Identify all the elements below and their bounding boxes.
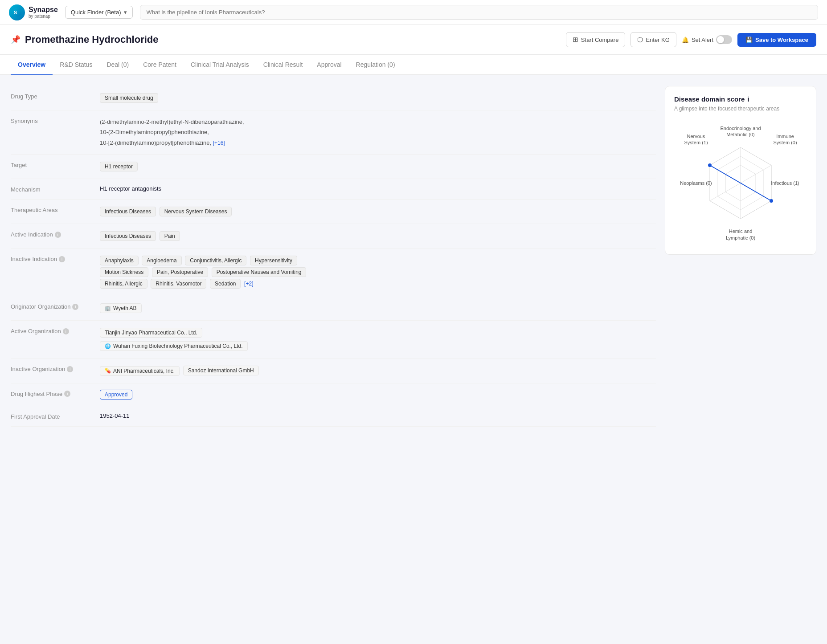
active-org-info-icon[interactable]: i bbox=[63, 328, 69, 334]
logo-icon: S bbox=[9, 4, 25, 20]
nervous-system-dot bbox=[708, 163, 712, 167]
inactive-tag-2: Angioedema bbox=[142, 256, 181, 265]
synonym-2: 10-(2-Dimethylaminopropyl)phenothiazine, bbox=[100, 129, 209, 135]
inactive-org-label: Inactive Organization i bbox=[11, 365, 100, 372]
logo-sub: by patsnap bbox=[29, 14, 58, 19]
synonym-3: 10-[2-(dimethylamino)propyl]phenothiazin… bbox=[100, 139, 211, 146]
drug-type-tag: Small molecule drug bbox=[100, 93, 158, 103]
inactive-org-1: 💊 ANI Pharmaceuticals, Inc. bbox=[100, 366, 180, 376]
save-icon: 💾 bbox=[745, 37, 753, 43]
target-tag: H1 receptor bbox=[100, 162, 138, 171]
label-immune: ImmuneSystem (0) bbox=[767, 133, 803, 146]
target-row: Target H1 receptor bbox=[11, 155, 656, 179]
top-nav: S Synapse by patsnap Quick Finder (Beta)… bbox=[0, 0, 827, 25]
inactive-org-2: Sandoz International GmbH bbox=[183, 366, 259, 375]
phase-info-icon[interactable]: i bbox=[64, 391, 70, 397]
originator-value: 🏢 Wyeth AB bbox=[100, 302, 656, 314]
disease-domain-subtitle: A glimpse into the focused therapeutic a… bbox=[674, 106, 807, 112]
content-area: Drug Type Small molecule drug Synonyms (… bbox=[0, 75, 827, 437]
compare-icon: ⊞ bbox=[573, 36, 578, 44]
approval-date-value: 1952-04-11 bbox=[100, 412, 656, 419]
drug-title-area: 📌 Promethazine Hydrochloride bbox=[11, 34, 159, 45]
start-compare-button[interactable]: ⊞ Start Compare bbox=[566, 32, 626, 47]
mechanism-value: H1 receptor antagonists bbox=[100, 185, 656, 192]
header-actions: ⊞ Start Compare ⬡ Enter KG 🔔 Set Alert 💾… bbox=[566, 32, 816, 47]
quick-finder-button[interactable]: Quick Finder (Beta) ▾ bbox=[65, 6, 133, 19]
therapeutic-tag-1: Infectious Diseases bbox=[100, 207, 156, 216]
mechanism-row: Mechanism H1 receptor antagonists bbox=[11, 179, 656, 200]
inactive-tag-8: Rhinitis, Allergic bbox=[100, 279, 147, 289]
set-alert-toggle-wrap: 🔔 Set Alert bbox=[682, 35, 732, 44]
drug-header: 📌 Promethazine Hydrochloride ⊞ Start Com… bbox=[0, 25, 827, 55]
alert-toggle[interactable] bbox=[716, 35, 732, 44]
therapeutic-areas-row: Therapeutic Areas Infectious Diseases Ne… bbox=[11, 200, 656, 224]
building-icon: 🏢 bbox=[105, 306, 111, 311]
drug-phase-value: Approved bbox=[100, 390, 656, 399]
inactive-org-info-icon[interactable]: i bbox=[67, 366, 73, 372]
originator-org: 🏢 Wyeth AB bbox=[100, 303, 142, 313]
synonyms-row: Synonyms (2-dimethylamino-2-methyl)ethyl… bbox=[11, 110, 656, 155]
save-to-workspace-button[interactable]: 💾 Save to Workspace bbox=[737, 33, 816, 47]
inactive-indication-info-icon[interactable]: i bbox=[59, 256, 65, 262]
inactive-tag-7: Postoperative Nausea and Vomiting bbox=[212, 267, 307, 277]
inactive-org-value: 💊 ANI Pharmaceuticals, Inc. Sandoz Inter… bbox=[100, 365, 656, 377]
disease-domain-info-icon[interactable]: i bbox=[747, 95, 749, 103]
tab-regulation[interactable]: Regulation (0) bbox=[349, 55, 402, 75]
active-indication-row: Active Indication i Infectious Diseases … bbox=[11, 224, 656, 249]
inactive-tag-9: Rhinitis, Vasomotor bbox=[151, 279, 206, 289]
tab-core-patent[interactable]: Core Patent bbox=[136, 55, 184, 75]
enter-kg-button[interactable]: ⬡ Enter KG bbox=[630, 32, 676, 47]
synonyms-value: (2-dimethylamino-2-methyl)ethyl-N-dibenz… bbox=[100, 117, 656, 148]
alert-icon: 🔔 bbox=[682, 37, 689, 43]
target-value: H1 receptor bbox=[100, 161, 656, 172]
inactive-tag-5: Motion Sickness bbox=[100, 267, 148, 277]
therapeutic-areas-value: Infectious Diseases Nervous System Disea… bbox=[100, 206, 656, 217]
tab-clinical-result[interactable]: Clinical Result bbox=[256, 55, 310, 75]
logo: S Synapse by patsnap bbox=[9, 4, 58, 20]
active-indication-label: Active Indication i bbox=[11, 230, 100, 238]
active-indication-tag-2: Pain bbox=[160, 231, 180, 241]
originator-label: Originator Organization i bbox=[11, 302, 100, 310]
label-hemic: Hemic andLymphatic (0) bbox=[714, 228, 767, 241]
tab-deal[interactable]: Deal (0) bbox=[99, 55, 136, 75]
inactive-indication-label: Inactive Indication i bbox=[11, 255, 100, 262]
globe-icon: 🌐 bbox=[105, 343, 111, 349]
active-org-value: Tianjin Jinyao Pharmaceutical Co., Ltd. … bbox=[100, 327, 656, 352]
drug-title: Promethazine Hydrochloride bbox=[25, 34, 159, 45]
approval-date-row: First Approval Date 1952-04-11 bbox=[11, 406, 656, 427]
search-input[interactable] bbox=[140, 5, 818, 20]
chevron-down-icon: ▾ bbox=[124, 9, 127, 16]
active-org-1: Tianjin Jinyao Pharmaceutical Co., Ltd. bbox=[100, 328, 202, 338]
drug-type-row: Drug Type Small molecule drug bbox=[11, 86, 656, 110]
label-nervous: NervousSystem (1) bbox=[678, 133, 714, 146]
active-indication-info-icon[interactable]: i bbox=[55, 232, 61, 238]
synonyms-label: Synonyms bbox=[11, 117, 100, 124]
side-panel: Disease domain score i A glimpse into th… bbox=[665, 86, 816, 427]
inactive-tag-4: Hypersensitivity bbox=[250, 256, 297, 265]
inactive-tag-10: Sedation bbox=[210, 279, 241, 289]
pills-icon: 💊 bbox=[105, 368, 111, 374]
inactive-tag-6: Pain, Postoperative bbox=[152, 267, 208, 277]
active-indication-value: Infectious Diseases Pain bbox=[100, 230, 656, 242]
tab-rd-status[interactable]: R&D Status bbox=[53, 55, 99, 75]
therapeutic-tag-2: Nervous System Diseases bbox=[160, 207, 232, 216]
synonym-1: (2-dimethylamino-2-methyl)ethyl-N-dibenz… bbox=[100, 118, 244, 125]
kg-icon: ⬡ bbox=[637, 36, 643, 44]
infectious-dot bbox=[770, 199, 773, 203]
tab-overview[interactable]: Overview bbox=[11, 55, 53, 75]
tab-clinical-trial[interactable]: Clinical Trial Analysis bbox=[184, 55, 256, 75]
drug-type-value: Small molecule drug bbox=[100, 92, 656, 104]
tab-approval[interactable]: Approval bbox=[310, 55, 348, 75]
active-org-label: Active Organization i bbox=[11, 327, 100, 334]
target-label: Target bbox=[11, 161, 100, 168]
therapeutic-areas-label: Therapeutic Areas bbox=[11, 206, 100, 213]
mechanism-label: Mechanism bbox=[11, 185, 100, 193]
synonyms-more-link[interactable]: [+16] bbox=[213, 140, 225, 146]
inactive-indication-value: Anaphylaxis Angioedema Conjunctivitis, A… bbox=[100, 255, 656, 289]
originator-row: Originator Organization i 🏢 Wyeth AB bbox=[11, 296, 656, 321]
label-infectious: Infectious (1) bbox=[767, 180, 803, 186]
radar-wrap: Endocrinology andMetabolic (0) ImmuneSys… bbox=[678, 125, 803, 241]
pin-icon: 📌 bbox=[11, 35, 20, 45]
inactive-more-link[interactable]: [+2] bbox=[244, 281, 253, 287]
originator-info-icon[interactable]: i bbox=[72, 304, 78, 310]
